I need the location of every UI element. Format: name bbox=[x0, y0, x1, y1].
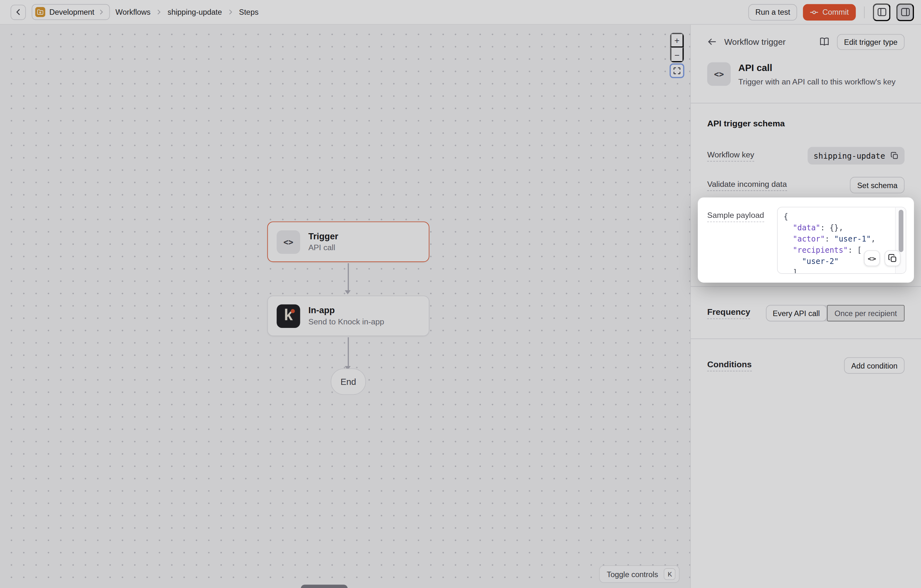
minus-icon: − bbox=[674, 50, 680, 60]
toggle-right-panel-button[interactable] bbox=[897, 3, 914, 21]
trigger-type-title: API call bbox=[739, 62, 896, 74]
conditions-label: Conditions bbox=[707, 360, 752, 371]
chevron-right-icon bbox=[156, 9, 162, 15]
book-icon bbox=[819, 37, 829, 46]
top-bar-actions: Run a test Commit bbox=[748, 3, 914, 21]
fit-view-button[interactable] bbox=[670, 64, 684, 78]
format-code-button[interactable]: <> bbox=[864, 250, 880, 266]
environment-switcher[interactable]: Development bbox=[32, 4, 110, 20]
folder-icon bbox=[35, 7, 45, 17]
frequency-option-once-per-recipient[interactable]: Once per recipient bbox=[827, 305, 905, 321]
keyboard-shortcut-badge: K bbox=[664, 568, 676, 580]
toggle-controls-label: Toggle controls bbox=[607, 570, 658, 579]
top-bar: Development Workflows shipping-update St… bbox=[0, 0, 921, 24]
in-app-step-node[interactable]: k In-app Send to Knock in-app bbox=[267, 296, 430, 336]
copy-icon[interactable] bbox=[890, 151, 898, 160]
panel-title: Workflow trigger bbox=[724, 37, 786, 46]
divider bbox=[691, 339, 921, 339]
conditions-row: Conditions Add condition bbox=[691, 357, 921, 374]
divider bbox=[691, 103, 921, 103]
schema-section-title: API trigger schema bbox=[707, 119, 785, 128]
chevron-left-icon bbox=[15, 9, 21, 15]
workflow-key-chip[interactable]: shipping-update bbox=[808, 147, 905, 165]
knock-logo: k bbox=[277, 304, 300, 327]
connector-line bbox=[348, 263, 348, 290]
breadcrumb: Development Workflows shipping-update St… bbox=[11, 4, 259, 20]
panel-header: Workflow trigger Edit trigger type bbox=[691, 33, 921, 50]
arrow-left-icon bbox=[707, 37, 716, 46]
validate-label: Validate incoming data bbox=[707, 179, 787, 191]
trigger-type-summary: <> API call Trigger with an API call to … bbox=[691, 62, 921, 88]
add-condition-button[interactable]: Add condition bbox=[844, 357, 905, 374]
knock-logo-dot bbox=[291, 309, 295, 313]
inapp-node-text: In-app Send to Knock in-app bbox=[308, 304, 384, 327]
sample-payload-label: Sample payload bbox=[707, 211, 764, 222]
copy-icon bbox=[888, 254, 897, 263]
toggle-controls-button[interactable]: Toggle controls K bbox=[599, 565, 680, 583]
toggle-left-panel-button[interactable] bbox=[873, 3, 890, 21]
breadcrumb-steps[interactable]: Steps bbox=[239, 8, 259, 16]
zoom-out-button[interactable]: − bbox=[670, 48, 684, 62]
trigger-type-text: API call Trigger with an API call to thi… bbox=[739, 62, 896, 88]
chevron-right-icon bbox=[99, 9, 104, 15]
back-button[interactable] bbox=[11, 5, 26, 20]
chevron-right-icon bbox=[228, 9, 233, 15]
run-a-test-button[interactable]: Run a test bbox=[748, 4, 797, 20]
frequency-label: Frequency bbox=[707, 308, 750, 319]
copy-payload-button[interactable] bbox=[885, 250, 900, 266]
divider bbox=[864, 6, 865, 18]
fit-view-icon bbox=[673, 67, 681, 75]
docs-button[interactable] bbox=[819, 37, 829, 46]
end-node: End bbox=[331, 368, 366, 395]
connector-line bbox=[348, 337, 348, 366]
trigger-type-description: Trigger with an API call to this workflo… bbox=[739, 77, 896, 88]
zoom-controls: + − bbox=[670, 32, 684, 63]
breadcrumb-workflow-key[interactable]: shipping-update bbox=[168, 8, 222, 16]
trigger-inspector-panel: Workflow trigger Edit trigger type <> AP… bbox=[690, 24, 921, 588]
set-schema-button[interactable]: Set schema bbox=[850, 177, 905, 193]
zoom-in-button[interactable]: + bbox=[670, 33, 684, 48]
plus-icon: + bbox=[674, 35, 680, 45]
trigger-node[interactable]: <> Trigger API call bbox=[267, 222, 430, 262]
connector-arrowhead bbox=[345, 290, 350, 294]
workflow-key-value: shipping-update bbox=[814, 151, 885, 160]
validate-row: Validate incoming data Set schema bbox=[691, 177, 921, 193]
workflow-key-row: Workflow key shipping-update bbox=[691, 147, 921, 165]
commit-label: Commit bbox=[822, 8, 849, 16]
sample-payload-spotlight: Sample payload { "data": {}, "actor": "u… bbox=[698, 197, 914, 282]
edit-trigger-type-button[interactable]: Edit trigger type bbox=[837, 34, 905, 50]
panel-back-button[interactable] bbox=[707, 37, 716, 46]
panel-left-icon bbox=[877, 7, 887, 17]
hidden-toolbar-peek bbox=[301, 585, 348, 588]
workflow-canvas[interactable]: + − <> Trigger API call k In-app Send to… bbox=[0, 24, 690, 588]
panel-right-icon bbox=[900, 7, 910, 17]
commit-button[interactable]: Commit bbox=[803, 4, 856, 20]
knock-workflow-editor: Development Workflows shipping-update St… bbox=[0, 0, 921, 588]
frequency-segmented-control: Every API call Once per recipient bbox=[766, 305, 905, 321]
trigger-node-text: Trigger API call bbox=[308, 230, 338, 253]
commit-icon bbox=[810, 8, 818, 16]
node-subtitle: Send to Knock in-app bbox=[308, 317, 384, 327]
environment-label: Development bbox=[49, 8, 94, 16]
node-subtitle: API call bbox=[308, 243, 338, 253]
code-icon: <> bbox=[707, 62, 731, 86]
workflow-key-label: Workflow key bbox=[707, 150, 754, 161]
divider bbox=[691, 286, 921, 287]
code-icon: <> bbox=[277, 230, 300, 253]
breadcrumb-workflows[interactable]: Workflows bbox=[116, 8, 151, 16]
frequency-option-every-api-call[interactable]: Every API call bbox=[766, 305, 827, 321]
code-icon: <> bbox=[867, 254, 876, 262]
node-title: In-app bbox=[308, 304, 384, 316]
frequency-row: Frequency Every API call Once per recipi… bbox=[691, 305, 921, 321]
editor-scrollbar-thumb[interactable] bbox=[898, 210, 903, 252]
node-title: Trigger bbox=[308, 230, 338, 241]
